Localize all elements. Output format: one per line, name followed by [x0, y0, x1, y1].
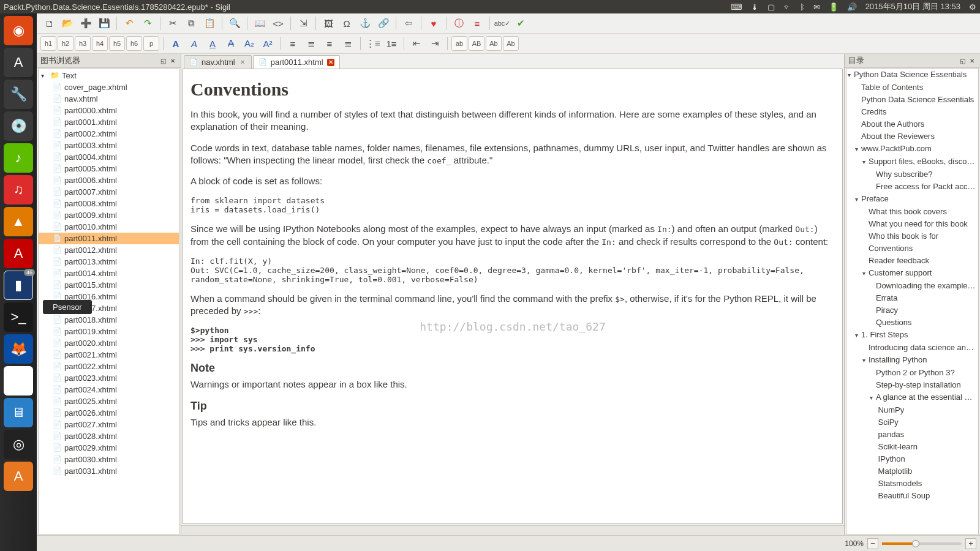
- toc-item[interactable]: Introducing data science an…: [846, 342, 978, 354]
- ul-button[interactable]: ⋮≡: [364, 35, 382, 52]
- copy-button[interactable]: ⧉: [183, 15, 200, 32]
- shutter-icon[interactable]: ◎: [4, 430, 33, 459]
- align-justify-button[interactable]: ≣: [339, 35, 356, 52]
- undo-button[interactable]: ↶: [121, 15, 138, 32]
- case-cap-button[interactable]: Ab: [503, 36, 519, 51]
- file-item[interactable]: part0011.xhtml: [39, 233, 179, 244]
- file-item[interactable]: part0029.xhtml: [39, 442, 179, 454]
- bluetooth-icon[interactable]: ᛒ: [800, 2, 805, 12]
- underline-button[interactable]: A: [204, 35, 221, 52]
- case-upper-button[interactable]: AB: [469, 36, 484, 51]
- temp-icon[interactable]: 🌡: [751, 2, 759, 12]
- toc-item[interactable]: ▾A glance at the essential P…: [846, 391, 978, 404]
- music-player-icon[interactable]: ♫: [4, 175, 33, 204]
- pdf-reader-icon[interactable]: A: [4, 239, 33, 268]
- folder-text[interactable]: ▾ Text: [39, 70, 179, 81]
- insert-image-button[interactable]: 🖼: [320, 15, 337, 32]
- file-item[interactable]: part0012.xhtml: [39, 244, 179, 256]
- toc-item[interactable]: Downloading the example…: [846, 280, 978, 292]
- remmina-icon[interactable]: 🖥: [4, 398, 33, 427]
- ol-button[interactable]: 1≡: [383, 35, 400, 52]
- add-button[interactable]: ➕: [77, 15, 94, 32]
- toc-item[interactable]: Matplotlib: [846, 465, 978, 478]
- special-char-button[interactable]: Ω: [338, 15, 355, 32]
- h3-button[interactable]: h3: [75, 36, 91, 51]
- firefox-icon[interactable]: 🦊: [4, 334, 33, 364]
- detach-icon[interactable]: ◱: [958, 56, 967, 65]
- file-item[interactable]: part0003.xhtml: [39, 140, 179, 151]
- toc-item[interactable]: Beautiful Soup: [846, 490, 978, 502]
- new-button[interactable]: 🗋: [40, 15, 58, 32]
- strike-button[interactable]: A̶: [222, 35, 239, 52]
- toc-item[interactable]: Why subscribe?: [846, 168, 978, 181]
- h1-button[interactable]: h1: [40, 36, 56, 51]
- file-item[interactable]: part0018.xhtml: [39, 314, 179, 326]
- metadata-button[interactable]: ⓘ: [450, 15, 467, 32]
- bold-button[interactable]: A: [167, 35, 184, 52]
- toc-item[interactable]: About the Reviewers: [846, 130, 978, 143]
- file-item[interactable]: part0001.xhtml: [39, 116, 179, 128]
- clock[interactable]: 2015年5月10日 周日 13:53: [865, 1, 960, 12]
- maximize-icon[interactable]: ▢: [767, 2, 775, 12]
- file-item[interactable]: cover_page.xhtml: [39, 81, 179, 93]
- chrome-icon[interactable]: ◯: [4, 366, 33, 395]
- file-item[interactable]: part0004.xhtml: [39, 151, 179, 163]
- align-right-button[interactable]: ≡: [321, 35, 338, 52]
- p-button[interactable]: p: [143, 36, 159, 51]
- h2-button[interactable]: h2: [58, 36, 74, 51]
- paste-button[interactable]: 📋: [201, 15, 218, 32]
- save-button[interactable]: 💾: [96, 15, 113, 32]
- toc-item[interactable]: ▾www.PacktPub.com: [846, 143, 978, 156]
- file-item[interactable]: part0008.xhtml: [39, 198, 179, 209]
- close-tab-icon[interactable]: ✕: [327, 59, 334, 66]
- indent-less-button[interactable]: ⇤: [408, 35, 425, 52]
- disk-icon[interactable]: 💿: [4, 111, 33, 141]
- toc-item[interactable]: Reader feedback: [846, 255, 978, 267]
- file-item[interactable]: part0025.xhtml: [39, 395, 179, 407]
- open-button[interactable]: 📂: [59, 15, 76, 32]
- italic-button[interactable]: A: [186, 35, 203, 52]
- file-item[interactable]: part0009.xhtml: [39, 209, 179, 221]
- gear-icon[interactable]: ⚙: [969, 2, 976, 12]
- toc-item[interactable]: ▾Python Data Science Essentials: [846, 69, 978, 81]
- toc-item[interactable]: Scikit-learn: [846, 441, 978, 453]
- toc-list[interactable]: ▾Python Data Science EssentialsTable of …: [846, 68, 979, 535]
- toc-item[interactable]: About the Authors: [846, 118, 978, 130]
- mail-icon[interactable]: ✉: [813, 2, 820, 12]
- subscript-button[interactable]: A₂: [241, 35, 258, 52]
- toc-item[interactable]: IPython: [846, 453, 978, 465]
- file-item[interactable]: part0002.xhtml: [39, 128, 179, 140]
- spellcheck-button[interactable]: abc✓: [494, 15, 511, 32]
- toc-item[interactable]: Who this book is for: [846, 230, 978, 242]
- close-tab-icon[interactable]: ✕: [239, 59, 246, 66]
- file-item[interactable]: part0005.xhtml: [39, 163, 179, 174]
- toc-button[interactable]: ≡: [469, 15, 486, 32]
- toc-item[interactable]: ▾Preface: [846, 193, 978, 206]
- battery-icon[interactable]: 🔋: [829, 2, 839, 12]
- toc-item[interactable]: Free access for Packt acco…: [846, 181, 978, 193]
- zoom-in-button[interactable]: +: [965, 538, 976, 549]
- detach-icon[interactable]: ◱: [159, 56, 167, 65]
- code-view-button[interactable]: <>: [270, 15, 287, 32]
- editor-view[interactable]: http://blog.csdn.net/tao_627 Conventions…: [183, 69, 843, 524]
- donate-button[interactable]: ♥: [425, 15, 442, 32]
- file-item[interactable]: part0015.xhtml: [39, 279, 179, 291]
- file-item[interactable]: part0010.xhtml: [39, 221, 179, 233]
- psensor-icon[interactable]: ▮46: [4, 271, 33, 300]
- file-item[interactable]: part0024.xhtml: [39, 384, 179, 395]
- editor-tab[interactable]: 📄part0011.xhtml✕: [253, 55, 340, 69]
- book-view-button[interactable]: 📖: [251, 15, 268, 32]
- toc-item[interactable]: Errata: [846, 292, 978, 304]
- volume-icon[interactable]: 🔊: [847, 2, 857, 12]
- file-item[interactable]: part0031.xhtml: [39, 465, 179, 477]
- toc-item[interactable]: Questions: [846, 317, 978, 329]
- h4-button[interactable]: h4: [92, 36, 108, 51]
- link-button[interactable]: 🔗: [375, 15, 392, 32]
- zoom-out-button[interactable]: −: [867, 538, 878, 549]
- split-button[interactable]: ⇲: [295, 15, 312, 32]
- editor-tab[interactable]: 📄nav.xhtml✕: [184, 55, 252, 69]
- toc-item[interactable]: ▾Customer support: [846, 267, 978, 280]
- toc-item[interactable]: What you need for this book: [846, 218, 978, 230]
- zoom-slider[interactable]: [882, 542, 962, 545]
- toc-item[interactable]: NumPy: [846, 404, 978, 416]
